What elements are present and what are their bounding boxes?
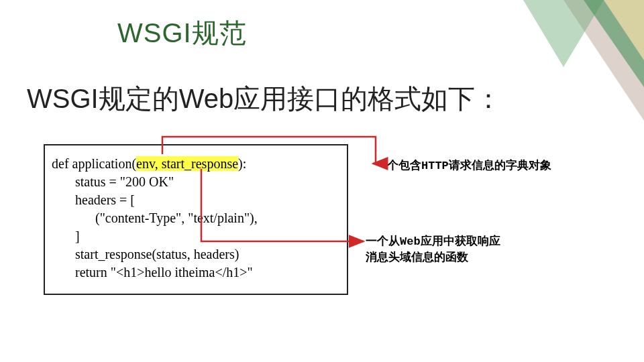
annotation-start-response: 一个从Web应用中获取响应 消息头域信息的函数 — [366, 234, 540, 265]
code-line-7: return "<h1>hello itheima</h1>" — [52, 263, 340, 282]
code-line-4: ("content-Type", "text/plain"), — [52, 209, 340, 227]
code-line-1: def application(env, start_response): — [52, 155, 340, 173]
anno-env-b: 请求信息的字典对象 — [449, 159, 551, 172]
code-line-3: headers = [ — [52, 191, 340, 209]
slide: WSGI规范 WSGI规定的Web应用接口的格式如下： def applicat… — [0, 0, 644, 362]
code-line-5: ] — [52, 227, 340, 245]
code-box: def application(env, start_response): st… — [44, 144, 348, 295]
triangle-olive — [523, 0, 604, 67]
anno-env-a: 一个包含 — [376, 159, 421, 172]
annotation-env: 一个包含HTTP请求信息的字典对象 — [376, 158, 551, 174]
page-title: WSGI规范 — [117, 15, 247, 52]
code-def: def application( — [52, 156, 136, 171]
code-line-6: start_response(status, headers) — [52, 245, 340, 263]
code-def-close: ): — [238, 156, 246, 171]
anno-env-mono: HTTP — [421, 160, 449, 172]
triangle-green — [584, 0, 644, 87]
triangle-brown — [564, 0, 644, 121]
anno-sr-mono: Web — [400, 235, 421, 248]
triangle-tan — [604, 0, 644, 60]
page-subtitle: WSGI规定的Web应用接口的格式如下： — [27, 80, 502, 117]
code-line-2: status = "200 OK" — [52, 173, 340, 191]
code-params-highlight: env, start_response — [136, 156, 238, 171]
anno-sr-c: 消息头域信息的函数 — [366, 251, 468, 263]
anno-sr-a: 一个从 — [366, 235, 400, 247]
decorative-triangles — [496, 0, 644, 134]
anno-sr-b: 应用中获取响应 — [421, 235, 500, 247]
